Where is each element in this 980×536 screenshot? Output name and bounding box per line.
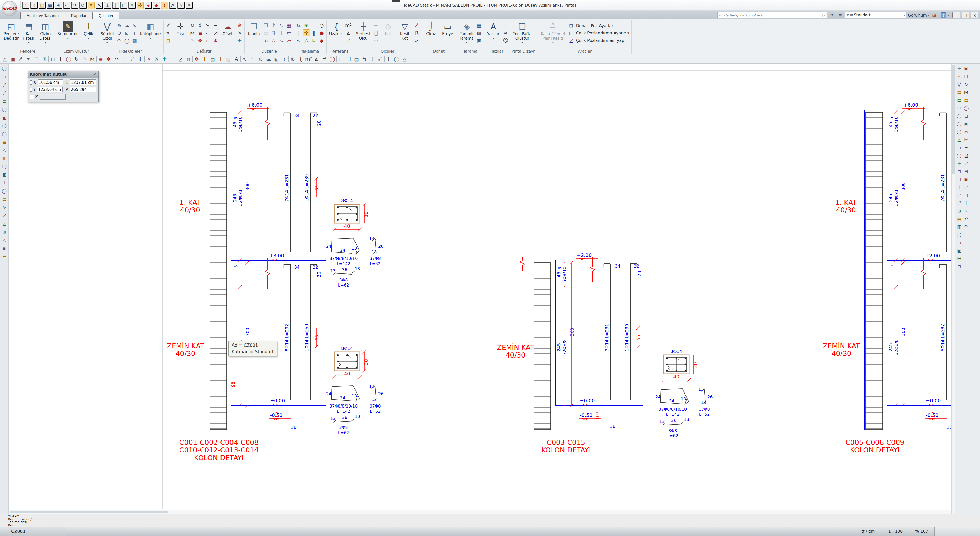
rotate-reference-disabled-icon[interactable]: ↷ <box>81 56 88 62</box>
edit-note-icon[interactable]: ⊟ <box>33 56 40 62</box>
tab-cizimler[interactable]: Çizimler <box>93 12 119 19</box>
level-mark-icon[interactable]: ✛ <box>956 184 963 190</box>
arc-icon[interactable]: ◠ <box>956 105 963 111</box>
hatch-solid-icon[interactable]: ▩ <box>476 29 483 36</box>
stirrup-tool-icon[interactable]: ✛ <box>1 180 8 186</box>
search-dropdown-icon[interactable]: ▾ <box>822 14 827 17</box>
zoom-indicator[interactable]: % 167 <box>909 526 935 536</box>
grid-object-icon[interactable]: ✛ <box>217 56 224 62</box>
vscroll-thumb[interactable] <box>952 65 955 174</box>
node-snap-active-icon[interactable]: ✜ <box>303 29 310 36</box>
redo-icon[interactable]: ↷ <box>963 223 969 230</box>
ribbon-button-kalip-temel-plani-kesiti[interactable]: ≜Kalıp / TemelPlanı Kesiti▾ <box>539 21 566 45</box>
ribbon-button-tanimli-tarama[interactable]: ◈TanımlıTarama▾ <box>458 21 475 45</box>
draw-circle-icon[interactable]: ◯ <box>1 131 8 137</box>
center-red-icon[interactable]: ✥ <box>105 56 113 62</box>
break-cross-icon[interactable]: ✕ <box>236 29 243 36</box>
array-icon[interactable]: ◻ <box>963 113 969 119</box>
ribbon-button-ciroz[interactable]: ⌡Çiroz <box>423 21 439 37</box>
ribbon-button-celik-pozlandirmasi-yap[interactable]: ◿Çelik Pozlandırması yap <box>568 38 629 43</box>
mirror-icon[interactable]: ⋈ <box>189 29 196 36</box>
scale-numeric-icon[interactable]: ↕ <box>197 22 204 29</box>
revision-cloud-icon[interactable]: ☁ <box>124 22 130 29</box>
mirror-tool-icon[interactable]: △ <box>1 237 8 243</box>
rect-icon[interactable]: ▤ <box>956 89 963 96</box>
y-value-field[interactable] <box>37 86 62 93</box>
ribbon-button-ofset[interactable]: ☁Ofset <box>220 21 235 37</box>
mirror-icon[interactable]: ⋈ <box>963 89 969 96</box>
join-nodes-icon[interactable]: ✚ <box>161 56 169 62</box>
draw-polyline-icon[interactable]: ▣ <box>1 114 8 121</box>
coord-z-icon[interactable]: ✛ <box>385 56 393 62</box>
pointer-icon[interactable]: ◯ <box>1 65 8 72</box>
new-sheet-icon[interactable]: ❏ <box>345 56 352 62</box>
spline-icon[interactable]: ◯ <box>956 128 963 135</box>
offset-icon[interactable]: ▣ <box>963 121 969 127</box>
leader-icon[interactable]: ◯ <box>956 152 963 159</box>
select-add-icon[interactable]: ✛ <box>278 29 285 36</box>
library-icon[interactable]: ▣ <box>956 247 963 254</box>
z-checkbox[interactable] <box>30 95 34 99</box>
align-red-icon[interactable]: ≣ <box>197 29 204 36</box>
polyline-plus-icon[interactable]: ⊕ <box>116 22 123 29</box>
triangle-filled-icon[interactable]: ◣ <box>272 56 280 62</box>
join-icon[interactable]: ⊞ <box>963 168 969 175</box>
image-tool-icon[interactable]: ∿ <box>1 204 8 211</box>
scale-icon[interactable]: ▤ <box>963 97 969 104</box>
freehand-line-icon[interactable]: ≀ <box>131 29 138 36</box>
scale-indicator[interactable]: 1 : 100 <box>882 526 909 536</box>
coordinate-box-titlebar[interactable]: Koordinat Kutusu ✕ <box>28 71 98 78</box>
area-mm2-icon[interactable]: ㎡ <box>345 37 352 44</box>
measure-icon[interactable]: ✛ <box>963 200 969 206</box>
group-dots-icon[interactable]: ∴ <box>270 37 277 44</box>
coordinate-box-close-icon[interactable]: ✕ <box>93 72 96 77</box>
area-m2-icon[interactable]: m² <box>305 56 312 62</box>
idecad-logo[interactable]: ideCAD <box>2 1 18 16</box>
text-icon[interactable]: ◻ <box>956 144 963 151</box>
color-picker-icon[interactable]: ✒ <box>25 56 32 62</box>
move-icon[interactable]: ▣ <box>963 65 969 72</box>
ribbon-button-betonarme[interactable]: ✎Betonarme▾ <box>56 21 80 41</box>
coord-3p-icon[interactable]: ◯ <box>393 56 401 62</box>
extend-icon[interactable]: ⊢ <box>121 56 128 62</box>
angle-query-icon[interactable]: ∡ <box>345 29 352 36</box>
move-tool-icon[interactable]: △ <box>1 220 8 227</box>
copy-icon[interactable]: ❑ <box>262 22 269 29</box>
ribbon-button-kat-listesi[interactable]: ▤Katlistesi▾ <box>21 21 37 45</box>
chamfer-icon[interactable]: ◿ <box>177 56 184 62</box>
select-grid-icon[interactable]: ▦ <box>286 22 293 29</box>
drawing-canvas[interactable]: +6.00+3.00±0.00-0.501. KAT40/30ZEMİN KAT… <box>9 64 951 514</box>
ribbon-button-kot[interactable]: ⊕Kot <box>380 21 396 37</box>
stretch-move-icon[interactable]: ◯ <box>65 56 73 62</box>
select-frame-icon[interactable]: ▫ <box>204 37 211 44</box>
a-value-field[interactable] <box>70 86 96 93</box>
move-cross-icon[interactable]: ✛ <box>57 56 65 62</box>
polygon-select-icon[interactable]: ◻ <box>49 56 57 62</box>
block-icon[interactable]: ◻ <box>956 239 963 246</box>
unit-indicator[interactable]: tf / cm <box>854 526 882 536</box>
compass-icon[interactable]: ⊞ <box>41 56 48 62</box>
scale-numeric-icon[interactable]: ↕ <box>137 56 144 62</box>
select-move-icon[interactable]: ⇄ <box>286 29 293 36</box>
undo-icon[interactable]: ↶ <box>963 215 969 222</box>
ribbon-button-yeni-pafta-olustur[interactable]: ❏Yeni PaftaOluştur▾ <box>512 21 533 45</box>
refresh-view-icon[interactable]: ⤢ <box>1 89 8 96</box>
layer-list-icon[interactable]: ≡ <box>837 13 843 18</box>
zoom-object-icon[interactable]: ▣ <box>9 56 17 62</box>
circle-icon[interactable]: ▤ <box>956 97 963 104</box>
circle-center-icon[interactable]: ⊙ <box>257 56 264 62</box>
break-point-icon[interactable]: ✳ <box>236 22 243 29</box>
trim-icon[interactable]: ✂ <box>204 22 211 29</box>
area-mm2-icon[interactable]: ㎡ <box>321 56 328 62</box>
library-tool-icon[interactable]: ▤ <box>1 196 8 203</box>
hatch-frame-icon[interactable]: ▣ <box>476 37 483 44</box>
y-checkbox[interactable] <box>30 88 32 92</box>
layers-icon[interactable]: ▤ <box>1 98 8 104</box>
rotate-reference-disabled-icon[interactable]: ↷ <box>189 37 196 44</box>
ellipse-icon[interactable]: ◯ <box>956 113 963 119</box>
axis-snap-disabled-icon[interactable]: ✢ <box>369 56 376 62</box>
ribbon-button-surekli-cizgi[interactable]: ⋁SürekliÇizgi▾ <box>99 21 115 45</box>
magic-wand-icon[interactable]: ✻ <box>193 56 200 62</box>
direction-arrows-icon[interactable]: ⇆ <box>295 22 302 29</box>
hscroll-thumb[interactable] <box>10 511 168 513</box>
